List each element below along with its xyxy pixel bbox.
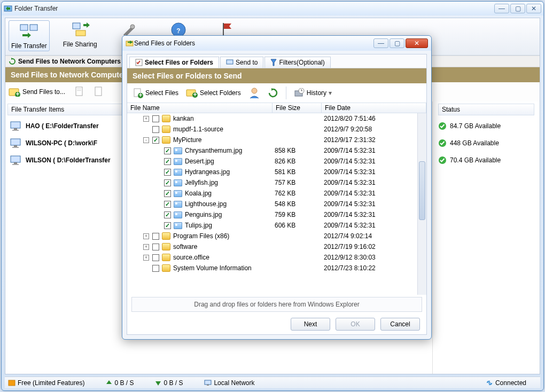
checkbox[interactable] [164, 179, 171, 186]
main-titlebar[interactable]: Folder Transfer — ▢ ✕ [2, 2, 543, 15]
checkbox[interactable] [152, 254, 159, 261]
checkbox[interactable] [152, 244, 159, 250]
checkbox[interactable] [164, 169, 171, 176]
tab-send-to[interactable]: Send to [220, 57, 263, 68]
file-row[interactable]: Jellyfish.jpg757 KB2009/7/14 5:32:31 [127, 177, 417, 188]
checkbox[interactable] [164, 147, 171, 154]
check-icon [438, 156, 447, 164]
file-name: Tulips.jpg [185, 222, 212, 229]
tab-filters[interactable]: Filters(Optional) [264, 57, 330, 68]
svg-rect-19 [95, 87, 102, 96]
tab-select-files[interactable]: Select Files or Folders [129, 57, 219, 68]
file-date: 2009/7/14 5:32:31 [324, 222, 417, 229]
send-files-dialog: Send Files or Folders — ▢ ✕ Select Files… [122, 35, 432, 340]
history-button[interactable]: History ▾ [294, 88, 332, 98]
file-row[interactable]: +Program Files (x86)2012/7/4 9:02:14 [127, 231, 417, 241]
tool-file-transfer[interactable]: File Transfer [9, 20, 50, 51]
dialog-titlebar[interactable]: Send Files or Folders — ▢ ✕ [122, 36, 431, 51]
file-date: 2012/9/7 9:20:58 [324, 126, 417, 133]
checkbox[interactable] [152, 126, 159, 133]
file-row[interactable]: +kankan2012/8/20 7:51:46 [127, 113, 417, 124]
select-folders-button[interactable]: + Select Folders [186, 88, 241, 98]
dialog-minimize-button[interactable]: — [373, 38, 388, 48]
maximize-button[interactable]: ▢ [510, 4, 525, 13]
file-name: Hydrangeas.jpg [185, 168, 230, 176]
file-row[interactable]: Tulips.jpg606 KB2009/7/14 5:32:31 [127, 220, 417, 231]
tab-label: Filters(Optional) [279, 59, 324, 66]
col-name[interactable]: File Name [127, 103, 272, 113]
filter-icon [270, 59, 277, 66]
file-row[interactable]: +source.office2012/9/12 8:30:03 [127, 252, 417, 263]
next-button[interactable]: Next [291, 318, 330, 331]
ok-button[interactable]: OK [336, 318, 375, 331]
file-row[interactable]: -MyPicture2012/9/17 2:31:32 [127, 135, 417, 145]
file-row[interactable]: Hydrangeas.jpg581 KB2009/7/14 5:32:31 [127, 167, 417, 177]
transfer-item-label: WILSON-PC ( D:\work\F [26, 139, 97, 147]
checkbox[interactable] [152, 115, 159, 122]
dialog-maximize-button[interactable]: ▢ [390, 38, 404, 48]
file-sharing-icon [71, 20, 90, 40]
monitor-icon [10, 155, 22, 166]
file-add-icon: + [133, 88, 143, 98]
folder-icon [162, 254, 170, 261]
checkbox[interactable] [164, 190, 171, 197]
doc-icon-2[interactable] [94, 87, 104, 97]
image-icon [174, 190, 182, 197]
file-row[interactable]: Penguins.jpg759 KB2009/7/14 5:32:31 [127, 209, 417, 220]
dialog-close-button[interactable]: ✕ [406, 38, 428, 48]
checkbox[interactable] [152, 233, 159, 240]
file-row[interactable]: +software2012/7/19 9:16:02 [127, 241, 417, 252]
checkbox[interactable] [152, 265, 159, 272]
file-size: 548 KB [275, 200, 324, 208]
col-date[interactable]: File Date [322, 103, 426, 113]
svg-rect-23 [11, 139, 20, 145]
file-name: software [173, 243, 197, 250]
expand-icon[interactable]: + [143, 233, 149, 239]
doc-icon[interactable] [75, 87, 84, 97]
transfer-item-label: WILSON ( D:\FolderTransfer [26, 156, 111, 164]
folder-icon [162, 232, 170, 240]
checkbox[interactable] [164, 201, 171, 208]
checkbox[interactable] [152, 137, 159, 144]
file-transfer-icon [19, 22, 38, 41]
image-icon [174, 211, 182, 218]
file-name: Jellyfish.jpg [185, 179, 218, 186]
file-name: kankan [173, 115, 194, 122]
refresh-button[interactable] [268, 88, 278, 98]
col-size[interactable]: File Size [272, 103, 322, 113]
status-up-label: 0 B / S [114, 379, 134, 387]
file-name: Chrysanthemum.jpg [185, 147, 242, 154]
file-list[interactable]: +kankan2012/8/20 7:51:46mupdf-1.1-source… [127, 113, 426, 295]
expand-icon[interactable]: + [143, 255, 149, 261]
scrollbar-thumb[interactable] [419, 161, 425, 220]
scrollbar[interactable] [417, 113, 426, 295]
minimize-button[interactable]: — [494, 4, 509, 13]
expand-icon[interactable]: + [143, 116, 149, 122]
svg-rect-32 [9, 380, 15, 386]
dropzone[interactable]: Drag and drop files or folders here from… [131, 297, 422, 312]
select-files-button[interactable]: + Select Files [133, 88, 178, 98]
file-row[interactable]: System Volume Information2012/7/23 8:10:… [127, 263, 417, 273]
file-date: 2012/7/4 9:02:14 [324, 232, 417, 240]
file-row[interactable]: Koala.jpg762 KB2009/7/14 5:32:31 [127, 188, 417, 199]
down-arrow-icon [155, 380, 161, 386]
checkbox[interactable] [164, 222, 171, 229]
status-network: Local Network [204, 379, 254, 387]
tool-file-sharing[interactable]: File Sharing [61, 20, 99, 48]
user-button[interactable] [248, 87, 260, 99]
file-row[interactable]: mupdf-1.1-source2012/9/7 9:20:58 [127, 124, 417, 135]
tool-label: File Transfer [11, 42, 47, 50]
svg-rect-35 [205, 380, 211, 385]
file-name: Desert.jpg [185, 158, 214, 165]
file-row[interactable]: Chrysanthemum.jpg858 KB2009/7/14 5:32:31 [127, 145, 417, 156]
expand-icon[interactable]: + [143, 244, 149, 250]
close-button[interactable]: ✕ [526, 4, 541, 13]
file-row[interactable]: Lighthouse.jpg548 KB2009/7/14 5:32:31 [127, 199, 417, 209]
checkbox[interactable] [164, 158, 171, 165]
checkbox[interactable] [164, 211, 171, 218]
svg-rect-25 [12, 147, 19, 148]
send-files-to-button[interactable]: + Send Files to... [9, 87, 65, 97]
cancel-button[interactable]: Cancel [380, 318, 420, 331]
file-row[interactable]: Desert.jpg826 KB2009/7/14 5:32:31 [127, 156, 417, 167]
collapse-icon[interactable]: - [143, 137, 149, 143]
